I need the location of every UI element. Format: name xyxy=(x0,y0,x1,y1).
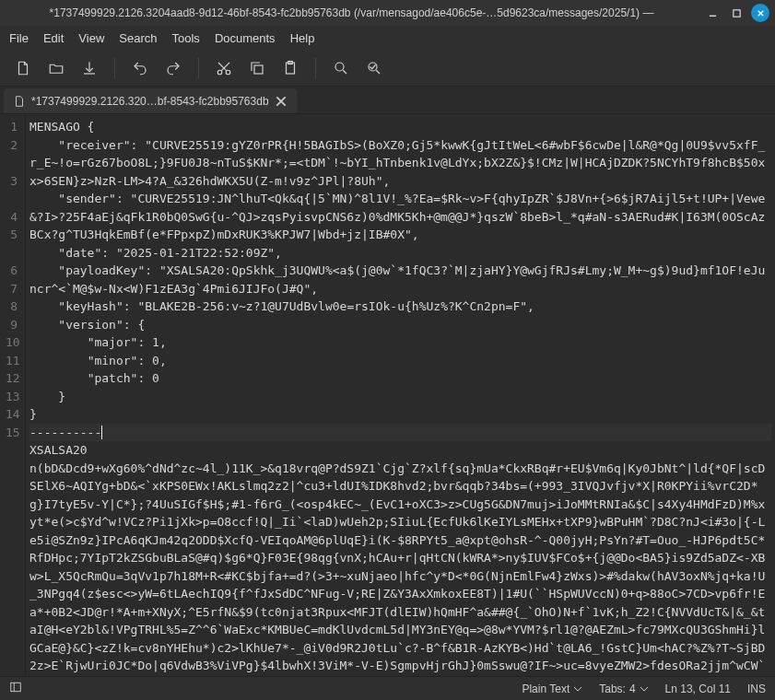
find-button[interactable] xyxy=(327,54,355,82)
statusbar: Plain Text Tabs: 4 Ln 13, Col 11 INS xyxy=(0,676,775,700)
editor[interactable]: 12345678910111213141516 MENSAGO { "recei… xyxy=(0,114,775,676)
window-titlebar: *1737499929.2126.3204aad8-9d12-46bf-8543… xyxy=(0,0,775,26)
toolbar-separator xyxy=(315,58,316,78)
chevron-down-icon xyxy=(640,684,649,694)
svg-point-9 xyxy=(335,63,344,71)
tabs-value: 4 xyxy=(629,682,636,695)
undo-button[interactable] xyxy=(126,54,154,82)
insert-mode[interactable]: INS xyxy=(747,682,766,695)
toolbar-separator xyxy=(198,58,199,78)
minimize-button[interactable] xyxy=(703,4,722,22)
svg-rect-13 xyxy=(11,682,21,691)
cut-button[interactable] xyxy=(210,54,238,82)
tab-close-icon[interactable] xyxy=(275,95,288,108)
save-button[interactable] xyxy=(76,54,103,82)
menu-edit[interactable]: Edit xyxy=(43,31,64,45)
chevron-down-icon xyxy=(573,684,582,694)
toolbar-separator xyxy=(114,58,115,78)
document-icon xyxy=(13,95,26,108)
copy-button[interactable] xyxy=(243,54,271,82)
cursor-position[interactable]: Ln 13, Col 11 xyxy=(665,682,731,695)
redo-button[interactable] xyxy=(159,54,187,82)
menu-file[interactable]: File xyxy=(9,31,29,45)
line-gutter: 12345678910111213141516 xyxy=(0,114,26,676)
sidebar-toggle-icon[interactable] xyxy=(9,681,22,696)
menu-help[interactable]: Help xyxy=(290,31,315,45)
svg-rect-1 xyxy=(733,9,739,16)
paste-button[interactable] xyxy=(276,54,304,82)
svg-rect-6 xyxy=(254,65,263,74)
menubar: File Edit View Search Tools Documents He… xyxy=(0,26,775,50)
tabbar: *1737499929.2126.320…bf-8543-fc2bb95763d… xyxy=(0,87,775,114)
open-file-button[interactable] xyxy=(42,54,70,82)
close-button[interactable] xyxy=(751,4,769,22)
menu-search[interactable]: Search xyxy=(119,31,157,45)
menu-view[interactable]: View xyxy=(78,31,104,45)
tabs-label: Tabs: xyxy=(599,682,626,695)
toolbar xyxy=(0,50,775,87)
svg-point-4 xyxy=(217,70,222,75)
syntax-label: Plain Text xyxy=(522,682,570,695)
tab-width-selector[interactable]: Tabs: 4 xyxy=(599,682,648,695)
document-tab[interactable]: *1737499929.2126.320…bf-8543-fc2bb95763d… xyxy=(4,88,297,113)
menu-documents[interactable]: Documents xyxy=(215,31,276,45)
tab-label: *1737499929.2126.320…bf-8543-fc2bb95763d… xyxy=(31,95,269,108)
code-area[interactable]: MENSAGO { "receiver": "CURVE25519:gYZ0rP… xyxy=(26,114,775,676)
window-title: *1737499929.2126.3204aad8-9d12-46bf-8543… xyxy=(6,6,698,19)
syntax-selector[interactable]: Plain Text xyxy=(522,682,582,695)
svg-point-10 xyxy=(369,63,377,71)
find-replace-button[interactable] xyxy=(360,54,388,82)
maximize-button[interactable] xyxy=(727,4,746,22)
new-file-button[interactable] xyxy=(9,54,37,82)
svg-point-5 xyxy=(226,70,230,75)
menu-tools[interactable]: Tools xyxy=(172,31,200,45)
